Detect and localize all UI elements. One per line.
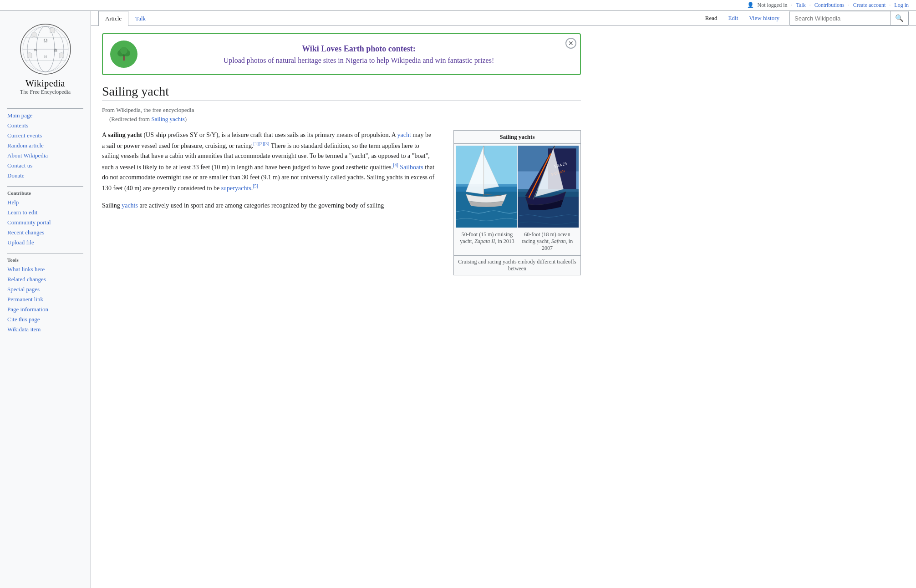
sidebar-divider-3 [7,253,83,253]
svg-text:И: И [44,55,47,59]
sidebar-navigation: Main page Contents Current events Random… [0,108,91,181]
caption-1-text: 50-foot (15 m) cruising yacht, Zapata II… [460,231,514,244]
sidebar-contribute: Contribute Help Learn to edit Community … [0,186,91,248]
ref-4: [4] [393,162,398,167]
svg-point-17 [120,47,127,54]
tabs-right: Read Edit View history 🔍 [701,11,909,25]
svg-text:Ω: Ω [43,37,47,44]
banner-close-button[interactable]: ✕ [565,38,576,49]
talk-link[interactable]: Talk [796,2,806,9]
sidebar-item-about[interactable]: About Wikipedia [0,151,91,161]
sidebar-item-contents[interactable]: Contents [0,121,91,131]
sidebar-item-current-events[interactable]: Current events [0,131,91,141]
caption-2-italic: Safran [551,238,566,244]
banner-title: Wiki Loves Earth photo contest: [145,43,573,55]
sidebar-item-cite-this-page[interactable]: Cite this page [0,314,91,324]
article-body: A sailing yacht (US ship prefixes SY or … [102,130,581,275]
infobox-footer: Cruising and racing yachts embody differ… [454,255,580,275]
redirect-link[interactable]: Sailing yachts [151,116,184,122]
article-source: From Wikipedia, the free encyclopedia [102,106,581,114]
page-content: Wiki Loves Earth photo contest: Upload p… [91,26,592,283]
search-form: 🔍 [789,11,909,25]
top-bar: 👤 Not logged in · Talk · Contributions ·… [0,0,916,11]
yacht-link[interactable]: yacht [397,132,411,138]
sidebar-item-special-pages[interactable]: Special pages [0,284,91,294]
tools-title: Tools [0,255,91,264]
search-input[interactable] [790,12,890,25]
close-icon: ✕ [568,40,574,47]
bold-sailing-yacht: sailing yacht [108,132,142,138]
tab-article[interactable]: Article [98,11,128,26]
not-logged-in-label: Not logged in [758,2,788,9]
sidebar-item-what-links-here[interactable]: What links here [0,264,91,274]
tree-icon [115,45,133,63]
globe-icon: Ω W 維 И [18,22,73,76]
login-link[interactable]: Log in [894,2,909,9]
sidebar-item-upload-file[interactable]: Upload file [0,238,91,248]
wiki-loves-earth-banner: Wiki Loves Earth photo contest: Upload p… [102,33,581,75]
sailboats-link[interactable]: Sailboats [400,163,423,170]
tab-bar: Article Talk Read Edit View history 🔍 [91,11,916,26]
infobox-caption-2: 60-foot (18 m) ocean racing yacht, Safra… [518,231,577,252]
ref-5: [5] [253,183,258,188]
infobox: Sailing yachts [453,130,581,275]
svg-rect-19 [456,187,517,228]
topbar-divider3: · [848,2,850,9]
article-paragraph-2: Sailing yachts are actively used in spor… [102,201,435,211]
tab-read[interactable]: Read [701,12,722,25]
infobox-captions: 50-foot (15 m) cruising yacht, Zapata II… [454,229,580,255]
ref-1-2-3: [1][2][3] [253,141,269,146]
infobox-images: FRA 25 SAFRAN [454,144,580,229]
sidebar-item-page-information[interactable]: Page information [0,304,91,314]
infobox-image-1 [456,146,517,228]
sidebar-divider-2 [7,186,83,187]
topbar-divider: · [791,2,793,9]
redirect-suffix: ) [185,116,187,122]
topbar-divider4: · [889,2,891,9]
sidebar-item-contact[interactable]: Contact us [0,161,91,171]
redirect-prefix: (Redirected from [109,116,151,122]
sidebar-divider-1 [7,108,83,109]
yachts-link-p2[interactable]: yachts [122,202,138,209]
banner-icon [110,41,137,68]
tab-edit[interactable]: Edit [724,12,743,25]
article-paragraph-1: A sailing yacht (US ship prefixes SY or … [102,130,435,193]
sidebar-item-recent-changes[interactable]: Recent changes [0,228,91,238]
topbar-divider2: · [809,2,811,9]
sidebar-item-random-article[interactable]: Random article [0,141,91,151]
caption-2-text: 60-foot (18 m) ocean racing yacht, Safra… [522,231,573,251]
search-button[interactable]: 🔍 [890,11,908,25]
caption-1-italic: Zapata II [474,238,495,244]
create-account-link[interactable]: Create account [853,2,886,9]
layout: Ω W 維 И Wikipedia The Free Encyclopedia … [0,11,916,588]
contributions-link[interactable]: Contributions [814,2,845,9]
wikipedia-title: Wikipedia [25,78,65,89]
wikipedia-logo[interactable]: Ω W 維 И Wikipedia The Free Encyclopedia [0,18,91,103]
infobox-image-2: FRA 25 SAFRAN [518,146,579,228]
article-redirect: (Redirected from Sailing yachts) [102,116,581,123]
sidebar-item-community-portal[interactable]: Community portal [0,218,91,228]
sidebar-item-main-page[interactable]: Main page [0,111,91,121]
sidebar-tools: Tools What links here Related changes Sp… [0,253,91,335]
svg-text:W: W [34,48,37,52]
article-text: A sailing yacht (US ship prefixes SY or … [102,130,435,275]
infobox-title: Sailing yachts [454,131,580,144]
tabs-left: Article Talk [98,11,153,25]
infobox-caption-1: 50-foot (15 m) cruising yacht, Zapata II… [458,231,517,252]
sidebar-item-learn-to-edit[interactable]: Learn to edit [0,208,91,218]
sidebar-item-help[interactable]: Help [0,198,91,208]
banner-text: Wiki Loves Earth photo contest: Upload p… [145,43,573,66]
sidebar-item-permanent-link[interactable]: Permanent link [0,294,91,304]
tab-talk[interactable]: Talk [128,11,153,26]
main: Article Talk Read Edit View history 🔍 [91,11,916,588]
sidebar-item-wikidata[interactable]: Wikidata item [0,324,91,335]
article-title: Sailing yacht [102,84,581,101]
sidebar: Ω W 維 И Wikipedia The Free Encyclopedia … [0,11,91,588]
sidebar-item-donate[interactable]: Donate [0,171,91,181]
superyachts-link[interactable]: superyachts [221,185,251,192]
tab-view-history[interactable]: View history [744,12,784,25]
wikipedia-subtitle: The Free Encyclopedia [20,89,71,96]
sidebar-item-related-changes[interactable]: Related changes [0,274,91,284]
banner-subtitle: Upload photos of natural heritage sites … [145,55,573,66]
svg-rect-13 [123,56,125,61]
